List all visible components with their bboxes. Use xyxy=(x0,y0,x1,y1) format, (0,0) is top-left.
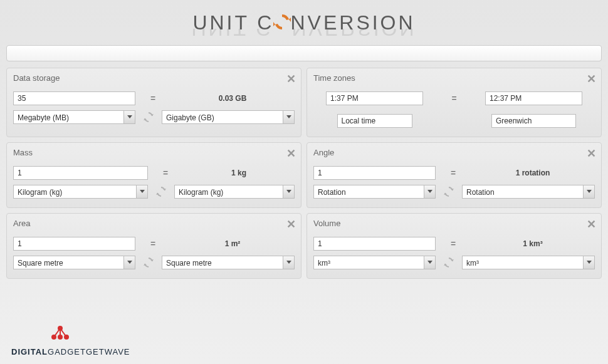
swap-icon[interactable] xyxy=(140,256,157,269)
value-input[interactable] xyxy=(13,166,148,180)
equals-sign: = xyxy=(140,239,165,249)
svg-marker-2 xyxy=(127,115,132,118)
equals-sign: = xyxy=(153,168,178,178)
svg-marker-13 xyxy=(587,190,592,193)
chevron-down-icon xyxy=(283,256,294,269)
panel-volume: Volume ✕ = 1 km³ km³ km³ xyxy=(307,213,602,279)
chevron-down-icon xyxy=(583,185,594,198)
close-icon[interactable]: ✕ xyxy=(286,147,296,160)
close-icon[interactable]: ✕ xyxy=(286,72,296,86)
panel-title: Area xyxy=(13,219,295,228)
to-unit-select[interactable]: Rotation xyxy=(462,185,595,199)
svg-marker-1 xyxy=(273,22,275,26)
to-unit-select[interactable]: km³ xyxy=(462,256,595,269)
left-zone-input[interactable] xyxy=(337,114,412,128)
title-reflection: UNIT CNVERSION xyxy=(0,29,608,40)
close-icon[interactable]: ✕ xyxy=(286,217,296,231)
chevron-down-icon xyxy=(424,185,435,198)
value-input[interactable] xyxy=(13,91,135,105)
value-input[interactable] xyxy=(313,166,436,180)
chevron-down-icon xyxy=(283,111,294,123)
result-value: 1 rotation xyxy=(471,169,595,177)
panel-title: Angle xyxy=(313,148,595,157)
close-icon[interactable]: ✕ xyxy=(587,217,596,231)
value-input[interactable] xyxy=(313,237,436,251)
chevron-down-icon xyxy=(136,185,147,198)
right-zone-input[interactable] xyxy=(491,114,576,128)
to-unit-select[interactable]: Gigabyte (GB) xyxy=(162,110,295,124)
from-unit-select[interactable]: Square metre xyxy=(13,256,135,269)
swap-icon[interactable] xyxy=(140,111,157,123)
panel-angle: Angle ✕ = 1 rotation Rotation Rotation xyxy=(307,142,602,208)
svg-marker-9 xyxy=(286,190,291,193)
swap-icon[interactable] xyxy=(153,185,169,198)
left-time-input[interactable] xyxy=(326,91,423,105)
panels-grid: Data storage ✕ = 0.03 GB Megabyte (MB) G… xyxy=(0,68,608,279)
right-time-input[interactable] xyxy=(485,91,582,105)
chevron-down-icon xyxy=(583,256,594,269)
svg-marker-21 xyxy=(587,261,592,264)
result-value: 0.03 GB xyxy=(170,94,295,103)
panel-time-zones: Time zones ✕ = xyxy=(307,68,602,137)
from-unit-select[interactable]: Rotation xyxy=(313,185,436,199)
svg-marker-10 xyxy=(427,190,432,193)
result-value: 1 km³ xyxy=(471,239,595,248)
search-bar[interactable] xyxy=(6,45,602,61)
chevron-down-icon xyxy=(424,256,435,269)
panel-title: Data storage xyxy=(13,73,295,83)
from-unit-select[interactable]: Kilogram (kg) xyxy=(13,185,148,199)
from-unit-select[interactable]: km³ xyxy=(313,256,436,269)
panel-title: Volume xyxy=(313,219,595,228)
to-unit-select[interactable]: Kilogram (kg) xyxy=(174,185,295,199)
panel-mass: Mass ✕ = 1 kg Kilogram (kg) Kilogram (kg… xyxy=(6,142,301,208)
result-value: 1 kg xyxy=(183,169,295,177)
watermark-text: DIGITALGADGETGETWAVE xyxy=(11,347,130,356)
close-icon[interactable]: ✕ xyxy=(587,72,596,86)
panel-title: Mass xyxy=(13,148,295,157)
chevron-down-icon xyxy=(123,111,135,123)
panel-area: Area ✕ = 1 m² Square metre Square metre xyxy=(6,213,301,279)
svg-marker-18 xyxy=(427,261,432,264)
panel-data-storage: Data storage ✕ = 0.03 GB Megabyte (MB) G… xyxy=(6,68,301,137)
result-value: 1 m² xyxy=(170,239,295,248)
equals-sign: = xyxy=(428,93,480,103)
chevron-down-icon xyxy=(123,256,135,269)
from-unit-select[interactable]: Megabyte (MB) xyxy=(13,110,135,124)
svg-marker-5 xyxy=(286,115,291,118)
equals-sign: = xyxy=(441,168,466,178)
watermark-logo-icon xyxy=(49,325,71,345)
equals-sign: = xyxy=(140,93,165,103)
svg-marker-14 xyxy=(127,261,132,264)
swap-icon[interactable] xyxy=(441,185,457,198)
close-icon[interactable]: ✕ xyxy=(587,147,596,160)
app-header: UNIT CNVERSION UNIT CNVERSION xyxy=(0,0,608,44)
svg-marker-6 xyxy=(140,190,145,193)
value-input[interactable] xyxy=(13,237,135,251)
equals-sign: = xyxy=(441,239,466,249)
to-unit-select[interactable]: Square metre xyxy=(162,256,295,269)
svg-marker-17 xyxy=(286,261,291,264)
chevron-down-icon xyxy=(283,185,294,198)
panel-title: Time zones xyxy=(313,73,595,83)
swap-icon[interactable] xyxy=(441,256,457,269)
